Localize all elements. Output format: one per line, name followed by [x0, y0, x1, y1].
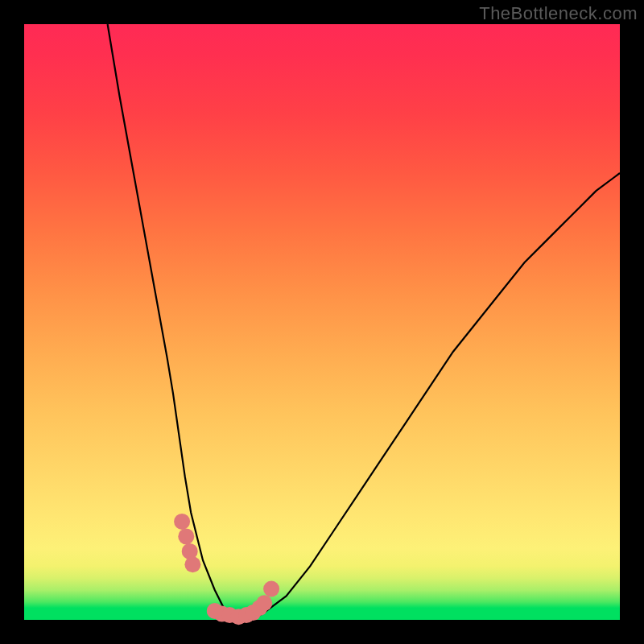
- marker-dot: [184, 556, 200, 572]
- watermark-text: TheBottleneck.com: [479, 3, 638, 24]
- marker-dot: [263, 581, 279, 597]
- plot-area: [24, 24, 620, 620]
- marker-dot: [178, 528, 194, 544]
- marker-dot: [174, 514, 190, 530]
- chart-frame: TheBottleneck.com: [0, 0, 644, 644]
- marker-layer: [174, 514, 279, 625]
- curve-layer: [24, 24, 620, 620]
- marker-dot: [256, 595, 272, 611]
